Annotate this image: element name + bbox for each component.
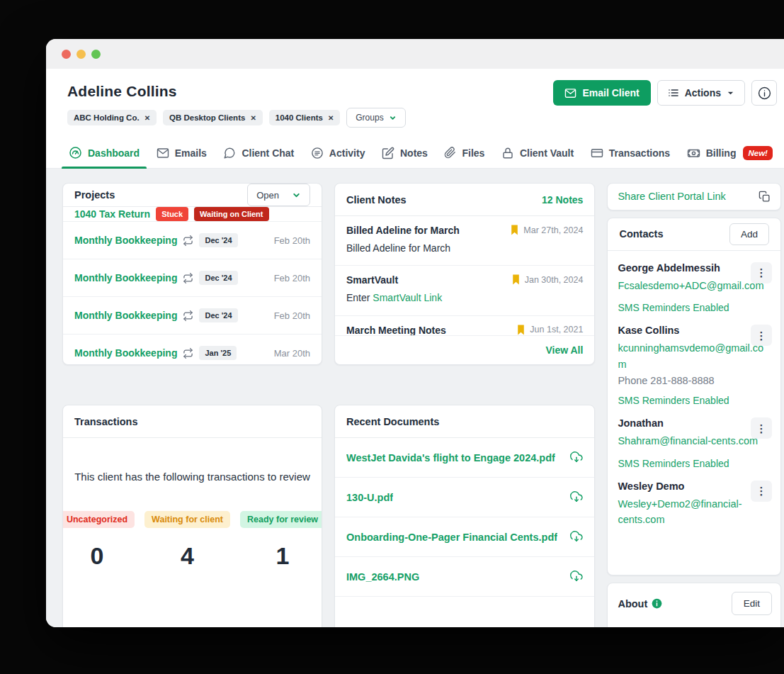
note-item[interactable]: March Meeting Notes Jun 1st, 2021 Had a … bbox=[335, 316, 594, 335]
group-tag-label: 1040 Clients bbox=[275, 113, 323, 122]
tab-activity-label: Activity bbox=[329, 147, 365, 159]
actions-dropdown-button[interactable]: Actions bbox=[657, 80, 745, 106]
remove-tag-icon[interactable]: ✕ bbox=[328, 114, 334, 122]
contact-menu-button[interactable]: ⋮ bbox=[751, 481, 772, 502]
status-badge-stuck: Stuck bbox=[156, 207, 188, 221]
right-column: Share Client Portal Link Contacts Add Ge… bbox=[607, 183, 781, 627]
stat-badge: Ready for review bbox=[240, 511, 322, 528]
edit-about-button[interactable]: Edit bbox=[732, 592, 772, 615]
project-link[interactable]: Monthly Bookkeeping bbox=[74, 310, 177, 321]
add-contact-button[interactable]: Add bbox=[729, 223, 769, 245]
tab-client-chat-label: Client Chat bbox=[242, 147, 294, 159]
project-row[interactable]: Monthly Bookkeeping Dec '24 Feb 20th bbox=[63, 222, 322, 259]
due-date: Mar 20th bbox=[274, 348, 310, 359]
transactions-message: This client has the following transactio… bbox=[74, 471, 310, 483]
zoom-window-icon[interactable] bbox=[91, 50, 101, 59]
tab-client-chat[interactable]: Client Chat bbox=[222, 137, 295, 168]
contact-menu-button[interactable]: ⋮ bbox=[751, 262, 772, 283]
note-item[interactable]: Billed Adeline for March Mar 27th, 2024 … bbox=[335, 216, 594, 266]
tab-emails[interactable]: Emails bbox=[155, 137, 208, 168]
project-link[interactable]: Monthly Bookkeeping bbox=[74, 347, 177, 359]
tab-dashboard[interactable]: Dashboard bbox=[67, 137, 141, 168]
group-tag: ABC Holding Co. ✕ bbox=[67, 110, 157, 125]
notes-icon bbox=[382, 147, 394, 159]
middle-column: Client Notes 12 Notes Billed Adeline for… bbox=[334, 183, 595, 627]
download-icon[interactable] bbox=[570, 451, 583, 464]
groups-dropdown-button[interactable]: Groups bbox=[346, 108, 405, 128]
note-title: Billed Adeline for March bbox=[346, 225, 460, 236]
envelope-icon bbox=[157, 147, 169, 159]
chat-bubble-icon bbox=[223, 147, 236, 159]
download-icon[interactable] bbox=[570, 571, 583, 583]
contact-name: George Abdelmessih bbox=[618, 262, 771, 274]
view-all-notes-link[interactable]: View All bbox=[335, 335, 594, 364]
group-tag-label: ABC Holding Co. bbox=[74, 113, 140, 122]
minimize-window-icon[interactable] bbox=[76, 50, 86, 59]
stat-count: 0 bbox=[91, 542, 104, 570]
billing-cash-icon bbox=[687, 146, 700, 159]
status-badge-waiting: Waiting on Client bbox=[194, 207, 268, 221]
project-link[interactable]: 1040 Tax Return bbox=[74, 208, 150, 220]
remove-tag-icon[interactable]: ✕ bbox=[250, 114, 256, 122]
tab-client-vault[interactable]: Client Vault bbox=[500, 137, 575, 168]
contact-email-link[interactable]: Fcsalesdemo+ADC@gmail.com bbox=[618, 278, 771, 293]
email-client-button[interactable]: Email Client bbox=[553, 80, 651, 106]
download-icon[interactable] bbox=[570, 531, 583, 544]
paperclip-icon bbox=[444, 147, 456, 159]
document-link[interactable]: 130-U.pdf bbox=[346, 492, 393, 503]
tab-notes-label: Notes bbox=[400, 147, 428, 159]
share-portal-link[interactable]: Share Client Portal Link bbox=[618, 191, 725, 202]
project-row-featured[interactable]: 1040 Tax Return Stuck Waiting on Client bbox=[63, 207, 322, 222]
document-row[interactable]: WestJet Davida's flight to Engage 2024.p… bbox=[335, 438, 594, 478]
chevron-down-icon bbox=[727, 89, 734, 97]
project-link[interactable]: Monthly Bookkeeping bbox=[74, 235, 177, 246]
project-row[interactable]: Monthly Bookkeeping Jan '25 Mar 20th bbox=[63, 335, 322, 365]
project-row[interactable]: Monthly Bookkeeping Dec '24 Feb 20th bbox=[63, 259, 322, 297]
close-window-icon[interactable] bbox=[62, 50, 71, 59]
contact-menu-button[interactable]: ⋮ bbox=[751, 325, 772, 346]
note-item[interactable]: SmartVault Jan 30th, 2024 Enter SmartVau… bbox=[335, 266, 594, 315]
tab-files[interactable]: Files bbox=[443, 137, 486, 168]
contact-email-link[interactable]: Shahram@financial-cents.com bbox=[618, 433, 771, 449]
remove-tag-icon[interactable]: ✕ bbox=[144, 114, 150, 122]
document-row[interactable]: IMG_2664.PNG bbox=[335, 557, 594, 597]
tab-notes[interactable]: Notes bbox=[380, 137, 429, 168]
email-client-label: Email Client bbox=[583, 87, 640, 99]
contacts-card: Contacts Add George Abdelmessih ⋮ Fcsale… bbox=[607, 218, 781, 575]
contacts-title: Contacts bbox=[619, 228, 663, 240]
download-icon[interactable] bbox=[570, 491, 583, 504]
group-tag: 1040 Clients ✕ bbox=[269, 110, 341, 125]
contact-email-link[interactable]: Wesley+Demo2@financial-cents.com bbox=[618, 496, 771, 528]
stat-count: 1 bbox=[276, 542, 290, 570]
transactions-stat: Uncategorized 0 bbox=[62, 511, 135, 570]
document-row[interactable]: Onboarding-One-Pager Financial Cents.pdf bbox=[335, 517, 594, 557]
contact-menu-button[interactable]: ⋮ bbox=[751, 417, 772, 439]
document-link[interactable]: Onboarding-One-Pager Financial Cents.pdf bbox=[346, 532, 557, 543]
period-badge: Dec '24 bbox=[199, 308, 237, 322]
tab-transactions[interactable]: Transactions bbox=[589, 137, 671, 168]
bookmark-icon bbox=[511, 274, 521, 285]
recurring-icon bbox=[183, 310, 193, 321]
contact-email-link[interactable]: kcunninghamsvdemo@gmail.com bbox=[618, 340, 771, 372]
transactions-stat: Waiting for client 4 bbox=[144, 511, 230, 570]
contact-item: Wesley Demo ⋮ Wesley+Demo2@financial-cen… bbox=[608, 472, 780, 531]
client-info-button[interactable] bbox=[751, 80, 777, 106]
notes-list: Billed Adeline for March Mar 27th, 2024 … bbox=[335, 216, 594, 335]
transactions-stat: Ready for review 1 bbox=[240, 511, 322, 570]
tab-billing[interactable]: Billing New! bbox=[686, 137, 774, 168]
contact-item: George Abdelmessih ⋮ Fcsalesdemo+ADC@gma… bbox=[608, 254, 780, 316]
period-badge: Jan '25 bbox=[199, 346, 237, 360]
tab-bar: Dashboard Emails Client Chat Activity No… bbox=[46, 137, 784, 169]
copy-icon[interactable] bbox=[759, 191, 771, 203]
bookmark-icon bbox=[516, 325, 525, 335]
document-link[interactable]: WestJet Davida's flight to Engage 2024.p… bbox=[346, 452, 555, 464]
tab-activity[interactable]: Activity bbox=[309, 137, 367, 168]
project-row[interactable]: Monthly Bookkeeping Dec '24 Feb 20th bbox=[63, 297, 322, 335]
projects-filter-dropdown[interactable]: Open bbox=[247, 184, 310, 206]
document-row[interactable]: 130-U.pdf bbox=[335, 478, 594, 517]
document-link[interactable]: IMG_2664.PNG bbox=[346, 571, 419, 583]
project-link[interactable]: Monthly Bookkeeping bbox=[74, 272, 177, 283]
recent-documents-card: Recent Documents WestJet Davida's flight… bbox=[334, 405, 595, 627]
notes-count-link[interactable]: 12 Notes bbox=[542, 194, 583, 206]
smartvault-link[interactable]: SmartVault Link bbox=[373, 292, 442, 303]
